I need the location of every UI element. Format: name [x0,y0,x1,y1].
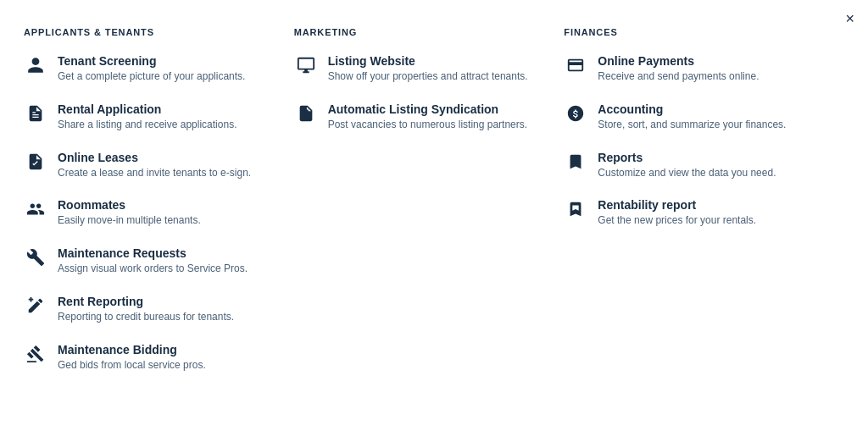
menu-item-tenant-screening[interactable]: Tenant ScreeningGet a complete picture o… [24,54,277,84]
item-content-maintenance-requests: Maintenance RequestsAssign visual work o… [58,246,248,276]
item-title-rent-reporting: Rent Reporting [58,295,234,308]
item-content-rent-reporting: Rent ReportingReporting to credit bureau… [58,295,234,324]
item-desc-rental-application: Share a listing and receive applications… [58,118,236,132]
dollar-circle-icon [564,104,587,123]
doc-check-icon [24,152,47,171]
doc-lines-icon [24,104,47,123]
menu-item-maintenance-requests[interactable]: Maintenance RequestsAssign visual work o… [24,246,277,276]
item-title-rental-application: Rental Application [58,102,236,116]
main-container: APPLICANTS & TENANTSTenant ScreeningGet … [0,0,868,418]
item-content-accounting: AccountingStore, sort, and summarize you… [598,102,786,132]
item-content-online-payments: Online PaymentsReceive and send payments… [598,54,759,84]
menu-item-maintenance-bidding[interactable]: Maintenance BiddingGed bids from local s… [24,343,277,373]
chart-pencil-icon [24,296,47,315]
bookmark-icon [564,152,587,171]
menu-item-rentability-report[interactable]: Rentability reportGet the new prices for… [564,198,817,228]
menu-item-automatic-listing[interactable]: Automatic Listing SyndicationPost vacanc… [294,102,548,132]
close-button[interactable]: × [845,10,854,28]
item-content-rentability-report: Rentability reportGet the new prices for… [598,198,756,228]
person-icon [24,56,47,75]
item-desc-reports: Customize and view the data you need. [598,166,776,180]
menu-item-listing-website[interactable]: Listing WebsiteShow off your properties … [294,54,548,84]
item-title-automatic-listing: Automatic Listing Syndication [328,102,527,116]
gavel-icon [24,345,47,363]
doc-list-icon [294,104,318,123]
item-content-rental-application: Rental ApplicationShare a listing and re… [58,102,236,132]
item-content-reports: ReportsCustomize and view the data you n… [598,151,776,180]
item-content-tenant-screening: Tenant ScreeningGet a complete picture o… [58,54,245,84]
persons-icon [24,200,47,218]
item-desc-maintenance-requests: Assign visual work orders to Service Pro… [58,262,248,276]
item-title-online-payments: Online Payments [598,54,759,68]
menu-item-roommates[interactable]: RoommatesEasily move-in multiple tenants… [24,198,277,228]
item-content-listing-website: Listing WebsiteShow off your properties … [328,54,528,84]
menu-item-rent-reporting[interactable]: Rent ReportingReporting to credit bureau… [24,295,277,324]
item-desc-online-payments: Receive and send payments online. [598,69,759,84]
column-header-marketing: MARKETING [294,27,548,37]
item-desc-online-leases: Create a lease and invite tenants to e-s… [58,166,251,180]
menu-item-online-leases[interactable]: Online LeasesCreate a lease and invite t… [24,151,277,180]
item-desc-accounting: Store, sort, and summarize your finances… [598,118,786,132]
menu-item-accounting[interactable]: AccountingStore, sort, and summarize you… [564,102,817,132]
item-title-maintenance-requests: Maintenance Requests [58,246,248,260]
item-title-reports: Reports [598,151,776,164]
item-title-accounting: Accounting [598,102,786,116]
item-content-maintenance-bidding: Maintenance BiddingGed bids from local s… [58,343,206,373]
menu-item-online-payments[interactable]: Online PaymentsReceive and send payments… [564,54,817,84]
item-desc-listing-website: Show off your properties and attract ten… [328,69,528,84]
item-title-rentability-report: Rentability report [598,198,756,212]
item-title-online-leases: Online Leases [58,151,251,164]
item-title-listing-website: Listing Website [328,54,528,68]
item-desc-roommates: Easily move-in multiple tenants. [58,213,201,228]
item-content-online-leases: Online LeasesCreate a lease and invite t… [58,151,251,180]
chart-tag-icon [564,200,587,218]
item-desc-automatic-listing: Post vacancies to numerous listing partn… [328,118,527,132]
item-title-tenant-screening: Tenant Screening [58,54,245,68]
item-content-roommates: RoommatesEasily move-in multiple tenants… [58,198,201,228]
item-title-maintenance-bidding: Maintenance Bidding [58,343,206,356]
column-applicants: APPLICANTS & TENANTSTenant ScreeningGet … [24,27,294,391]
menu-item-rental-application[interactable]: Rental ApplicationShare a listing and re… [24,102,277,132]
item-desc-rentability-report: Get the new prices for your rentals. [598,213,756,228]
item-desc-rent-reporting: Reporting to credit bureaus for tenants. [58,310,234,324]
column-header-finances: FINANCES [564,27,817,37]
item-desc-maintenance-bidding: Ged bids from local service pros. [58,358,206,373]
item-content-automatic-listing: Automatic Listing SyndicationPost vacanc… [328,102,527,132]
column-header-applicants: APPLICANTS & TENANTS [24,27,277,37]
monitor-icon [294,56,318,75]
item-desc-tenant-screening: Get a complete picture of your applicant… [58,69,245,84]
menu-item-reports[interactable]: ReportsCustomize and view the data you n… [564,151,817,180]
item-title-roommates: Roommates [58,198,201,212]
column-finances: FINANCESOnline PaymentsReceive and send … [564,27,834,391]
credit-card-icon [564,56,587,75]
column-marketing: MARKETINGListing WebsiteShow off your pr… [294,27,565,391]
wrench-icon [24,248,47,267]
